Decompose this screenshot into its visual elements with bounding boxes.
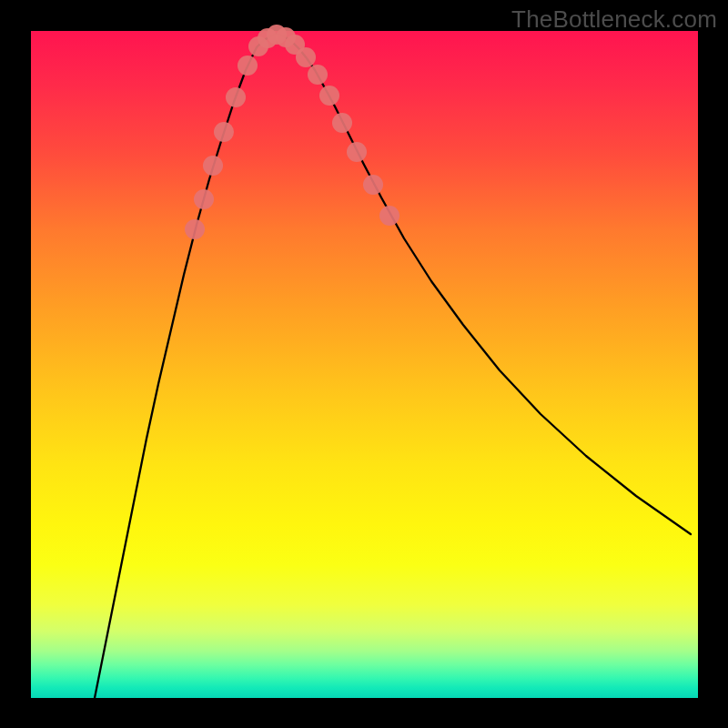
- bottleneck-curve: [95, 35, 691, 698]
- curve-marker: [363, 175, 383, 195]
- curve-marker: [332, 113, 352, 133]
- chart-frame: TheBottleneck.com: [0, 0, 728, 728]
- curve-marker: [185, 219, 205, 239]
- curve-marker: [226, 87, 246, 107]
- curve-marker: [238, 56, 258, 76]
- watermark-text: TheBottleneck.com: [511, 5, 717, 34]
- curve-marker: [203, 156, 223, 176]
- curve-marker: [308, 65, 328, 85]
- chart-svg: [31, 31, 698, 698]
- curve-marker: [296, 47, 316, 67]
- curve-marker: [347, 142, 367, 162]
- marker-group: [185, 25, 399, 239]
- curve-marker: [319, 86, 339, 106]
- plot-area: [31, 31, 698, 698]
- curve-marker: [214, 122, 234, 142]
- curve-marker: [379, 206, 399, 226]
- curve-marker: [194, 189, 214, 209]
